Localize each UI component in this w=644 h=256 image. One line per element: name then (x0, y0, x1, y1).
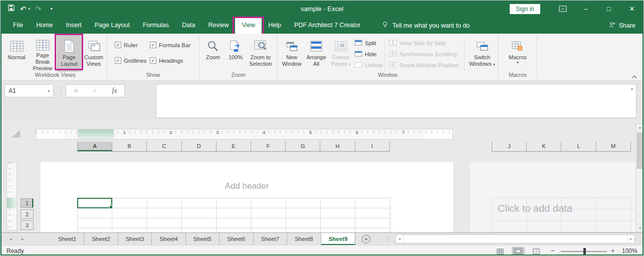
share-label: Share (619, 22, 635, 29)
page-2-preview[interactable]: Click to add data (470, 162, 635, 232)
collapse-ribbon-icon[interactable] (631, 72, 637, 81)
custom-views-button[interactable]: Custom Views (82, 35, 106, 72)
sheet-tab-sheet5[interactable]: Sheet5 (186, 233, 220, 245)
tab-bar-options-icon[interactable]: ⋮ (385, 235, 391, 242)
add-header-placeholder[interactable]: Add header (41, 181, 453, 191)
row-header-2[interactable]: 2 (21, 209, 34, 219)
tell-me-box[interactable]: Tell me what you want to do (382, 17, 470, 34)
tab-home[interactable]: Home (30, 17, 59, 34)
ribbon-display-options-icon[interactable] (551, 1, 574, 17)
custom-views-label: Custom Views (82, 54, 106, 67)
formula-bar-checkbox[interactable]: ✓ Formula Bar (150, 42, 190, 48)
formula-bar-buttons: ✕ ✓ fx (66, 84, 125, 97)
row-header-3[interactable]: 3 (21, 220, 34, 230)
formula-input[interactable]: ▾ (156, 84, 636, 118)
name-box[interactable]: A1 ▾ (5, 84, 54, 97)
column-header-f[interactable]: F (251, 142, 286, 151)
hide-button[interactable]: Hide (354, 51, 377, 58)
tab-page-layout[interactable]: Page Layout (88, 17, 136, 34)
row-header-1[interactable]: 1 (21, 198, 34, 208)
undo-icon[interactable]: ↶ (20, 5, 27, 13)
zoom-level[interactable]: 100% (622, 247, 637, 254)
sheet-tab-sheet1[interactable]: Sheet1 (51, 233, 84, 245)
sheet-tab-sheet2[interactable]: Sheet2 (84, 233, 118, 245)
normal-view-button[interactable]: Normal (5, 35, 29, 72)
sheet-tab-sheet7[interactable]: Sheet7 (254, 233, 287, 245)
column-header-a[interactable]: A (78, 142, 112, 151)
sheet-tab-sheet4[interactable]: Sheet4 (152, 233, 185, 245)
tab-pdf-architect-7-creator[interactable]: PDF Architect 7 Creator (288, 17, 367, 34)
sign-in-button[interactable]: Sign in (510, 4, 540, 14)
macros-button[interactable]: Macros ▾ (505, 35, 530, 72)
ruler-number-6: 6 (356, 130, 402, 135)
sheet-tab-sheet8[interactable]: Sheet8 (287, 233, 321, 245)
sheet-tab-sheet9[interactable]: Sheet9 (321, 233, 356, 245)
zoom-100-button[interactable]: 100% (225, 35, 246, 72)
save-icon[interactable] (8, 4, 15, 14)
column-header-g[interactable]: G (286, 142, 320, 151)
tab-data[interactable]: Data (175, 17, 201, 34)
reset-window-position-icon (389, 62, 397, 69)
arrange-all-button[interactable]: Arrange All (304, 35, 329, 72)
zoom-button[interactable]: Zoom (201, 35, 225, 72)
page-1[interactable]: Add header (41, 162, 453, 232)
column-header-i[interactable]: I (355, 142, 390, 151)
page-break-preview-button[interactable]: Page Break Preview (29, 35, 57, 72)
column-header-e[interactable]: E (217, 142, 251, 151)
window-border-left (1, 17, 2, 255)
headings-label: Headings (159, 58, 183, 64)
formula-bar-collapse-icon[interactable]: ▾ (631, 87, 633, 91)
split-button[interactable]: Split (354, 40, 376, 47)
select-all-corner[interactable] (12, 130, 20, 138)
zoom-out-button[interactable]: − (551, 247, 555, 254)
undo-caret-icon[interactable]: ▾ (29, 7, 31, 11)
new-window-button[interactable]: New Window (280, 35, 304, 72)
ruler-checkbox[interactable]: ✓ Ruler (115, 42, 137, 48)
column-header-l[interactable]: L (561, 142, 596, 151)
ruler-number-2: 2 (170, 130, 217, 135)
switch-windows-button[interactable]: Switch Windows ▾ (468, 35, 497, 72)
normal-view-label: Normal (8, 54, 25, 61)
click-to-add-data-placeholder[interactable]: Click to add data (498, 203, 572, 214)
sheet-nav-right-icon[interactable]: ▸ (22, 233, 24, 245)
share-button[interactable]: Share (609, 17, 643, 34)
column-header-j[interactable]: J (492, 142, 527, 151)
formula-bar-resize-handle[interactable]: ⋮ (58, 86, 64, 93)
column-header-m[interactable]: M (596, 142, 631, 151)
tab-file[interactable]: File (7, 17, 30, 34)
tab-review[interactable]: Review (201, 17, 235, 34)
gridlines-checkbox[interactable]: ✓ Gridlines (115, 57, 146, 64)
page-layout-view-button[interactable]: Page Layout (57, 35, 82, 72)
sheet-nav-left-icon[interactable]: ◂ (10, 233, 12, 245)
minimize-button[interactable]: – (574, 1, 597, 17)
tab-insert[interactable]: Insert (60, 17, 88, 34)
cell-grid[interactable] (77, 198, 390, 232)
column-header-k[interactable]: K (527, 142, 561, 151)
selected-cell-a1[interactable] (77, 198, 112, 208)
scroll-left-icon[interactable]: ◂ (396, 235, 403, 243)
horizontal-scrollbar[interactable]: ◂ ▸ (395, 234, 635, 243)
column-header-c[interactable]: C (147, 142, 181, 151)
customize-qat-icon[interactable]: ▾ (51, 7, 53, 11)
view-side-by-side-label: View Side by Side (399, 40, 446, 46)
zoom-to-selection-button[interactable]: Zoom to Selection (246, 35, 275, 72)
column-header-h[interactable]: H (320, 142, 355, 151)
zoom-slider-thumb[interactable] (583, 248, 586, 254)
name-box-caret-icon[interactable]: ▾ (48, 89, 50, 93)
column-header-b[interactable]: B (112, 142, 147, 151)
zoom-in-button[interactable]: + (611, 247, 615, 254)
tab-help[interactable]: Help (262, 17, 288, 34)
close-button[interactable]: ✕ (620, 1, 643, 17)
headings-checkbox[interactable]: ✓ Headings (150, 57, 183, 64)
column-header-d[interactable]: D (182, 142, 217, 151)
sheet-tab-sheet6[interactable]: Sheet6 (220, 233, 253, 245)
vertical-ruler[interactable] (7, 162, 17, 230)
maximize-button[interactable]: □ (597, 1, 620, 17)
hide-icon (354, 51, 362, 58)
sheet-tab-sheet3[interactable]: Sheet3 (118, 233, 152, 245)
tab-view[interactable]: View (235, 17, 262, 34)
tab-formulas[interactable]: Formulas (136, 17, 175, 34)
scroll-right-icon[interactable]: ▸ (627, 235, 634, 243)
new-sheet-button[interactable]: + (362, 235, 370, 243)
insert-function-icon[interactable]: fx (112, 87, 117, 95)
